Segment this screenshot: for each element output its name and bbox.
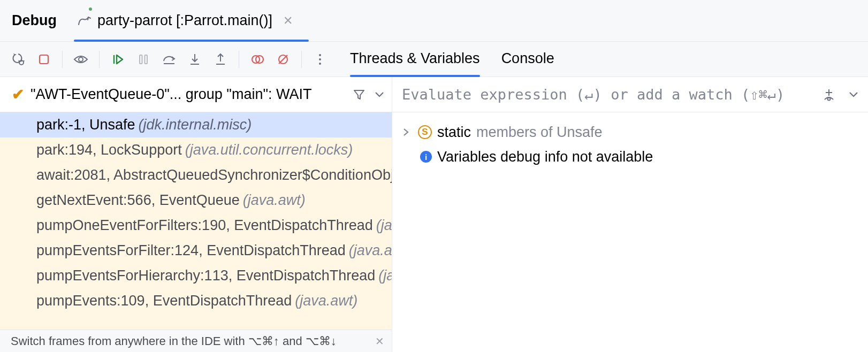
toolbar-group-view bbox=[63, 49, 99, 70]
frame-main: park:194, LockSupport bbox=[36, 142, 182, 158]
evaluate-placeholder[interactable]: Evaluate expression (↵) or add a watch (… bbox=[402, 86, 814, 103]
svg-rect-8 bbox=[145, 55, 148, 64]
toolbar-group-run bbox=[0, 49, 62, 70]
run-config-tab[interactable]: party-parrot [:Parrot.main()] ✕ bbox=[77, 0, 301, 41]
svg-point-23 bbox=[828, 97, 831, 100]
rerun-icon[interactable] bbox=[7, 49, 29, 70]
static-badge-icon: S bbox=[418, 125, 432, 139]
static-members-node[interactable]: S static members of Unsafe bbox=[403, 120, 857, 144]
frame-main: pumpEventsForHierarchy:113, EventDispatc… bbox=[36, 267, 375, 284]
body-split: ✔ "AWT-EventQueue-0"... group "main": WA… bbox=[0, 77, 868, 352]
frame-main: await:2081, AbstractQueuedSynchronizer$C… bbox=[36, 167, 392, 183]
stack-frame[interactable]: pumpEvents:109, EventDispatchThread (jav… bbox=[0, 288, 392, 313]
stack-frame[interactable]: park:-1, Unsafe (jdk.internal.misc) bbox=[0, 112, 392, 137]
step-over-icon[interactable] bbox=[158, 49, 180, 70]
tab-threads-variables[interactable]: Threads & Variables bbox=[350, 42, 480, 76]
resume-icon[interactable] bbox=[107, 49, 128, 70]
filter-icon[interactable] bbox=[353, 89, 365, 101]
frame-main: pumpOneEventForFilters:190, EventDispatc… bbox=[36, 217, 373, 234]
thread-selector-tools bbox=[353, 89, 384, 101]
info-icon: i bbox=[420, 151, 432, 163]
frame-package: (jav bbox=[378, 267, 392, 284]
run-config-icon bbox=[77, 15, 92, 27]
tip-text: Switch frames from anywhere in the IDE w… bbox=[11, 334, 337, 348]
stack-frame[interactable]: getNextEvent:566, EventQueue (java.awt) bbox=[0, 188, 392, 213]
chevron-down-icon[interactable] bbox=[849, 91, 858, 98]
view-tabs: Threads & Variables Console bbox=[350, 42, 554, 76]
toolbar-group-more bbox=[302, 49, 338, 70]
static-suffix: members of Unsafe bbox=[476, 124, 603, 141]
frame-main: getNextEvent:566, EventQueue bbox=[36, 192, 240, 209]
stack-frame[interactable]: pumpEventsForHierarchy:113, EventDispatc… bbox=[0, 263, 392, 288]
svg-line-2 bbox=[19, 60, 19, 62]
stack-frame[interactable]: pumpOneEventForFilters:190, EventDispatc… bbox=[0, 213, 392, 238]
step-out-icon[interactable] bbox=[210, 49, 231, 70]
evaluate-expression-row: Evaluate expression (↵) or add a watch (… bbox=[392, 77, 868, 112]
frames-list[interactable]: park:-1, Unsafe (jdk.internal.misc) park… bbox=[0, 112, 392, 330]
add-watch-icon[interactable] bbox=[822, 88, 836, 102]
thread-label: "AWT-EventQueue-0"... group "main": WAIT bbox=[31, 86, 347, 103]
close-icon[interactable]: ✕ bbox=[283, 14, 293, 28]
frame-package: (jdk.internal.misc) bbox=[139, 117, 252, 133]
stack-frame[interactable]: pumpEventsForFilter:124, EventDispatchTh… bbox=[0, 238, 392, 263]
debug-toolbar: Threads & Variables Console bbox=[0, 42, 868, 77]
step-into-icon[interactable] bbox=[184, 49, 205, 70]
info-message-row: i Variables debug info not available bbox=[403, 144, 857, 169]
svg-point-19 bbox=[319, 58, 321, 60]
debug-tool-window: Debug party-parrot [:Parrot.main()] ✕ bbox=[0, 0, 868, 352]
svg-point-1 bbox=[21, 60, 22, 61]
stop-icon[interactable] bbox=[33, 49, 55, 70]
frame-main: pumpEventsForFilter:124, EventDispatchTh… bbox=[36, 242, 346, 259]
toolbar-group-step bbox=[100, 49, 239, 70]
run-config-label: party-parrot [:Parrot.main()] bbox=[97, 12, 272, 29]
svg-rect-7 bbox=[140, 55, 142, 64]
check-icon: ✔ bbox=[12, 86, 24, 103]
variables-list: S static members of Unsafe i Variables d… bbox=[392, 112, 868, 177]
svg-line-3 bbox=[24, 60, 24, 62]
tab-strip: Debug party-parrot [:Parrot.main()] ✕ bbox=[0, 0, 868, 42]
info-message: Variables debug info not available bbox=[437, 149, 653, 165]
frame-package: (java.util.concurrent.locks) bbox=[185, 142, 353, 158]
frame-package: (java.awt) bbox=[243, 192, 306, 209]
chevron-right-icon[interactable] bbox=[403, 128, 413, 136]
variables-panel: Evaluate expression (↵) or add a watch (… bbox=[392, 77, 868, 352]
frame-package: (jav bbox=[376, 217, 392, 234]
svg-point-5 bbox=[79, 57, 83, 62]
frame-main: park:-1, Unsafe bbox=[36, 117, 135, 133]
frames-panel: ✔ "AWT-EventQueue-0"... group "main": WA… bbox=[0, 77, 392, 352]
frame-package: (java.aw bbox=[349, 242, 392, 259]
more-icon[interactable] bbox=[309, 49, 331, 70]
toolbar-group-breakpoints bbox=[239, 49, 301, 70]
tab-console[interactable]: Console bbox=[501, 42, 554, 76]
show-execution-point-icon[interactable] bbox=[70, 49, 92, 70]
pause-icon[interactable] bbox=[133, 49, 154, 70]
chevron-down-icon[interactable] bbox=[375, 91, 384, 98]
mute-breakpoints-icon[interactable] bbox=[272, 49, 294, 70]
svg-rect-4 bbox=[40, 55, 48, 64]
frame-package: (java.awt) bbox=[295, 293, 357, 309]
stack-frame[interactable]: await:2081, AbstractQueuedSynchronizer$C… bbox=[0, 163, 392, 188]
svg-point-18 bbox=[319, 54, 321, 56]
frame-main: pumpEvents:109, EventDispatchThread bbox=[36, 293, 292, 309]
close-icon[interactable]: ✕ bbox=[375, 335, 384, 348]
running-indicator-dot bbox=[88, 6, 93, 12]
debug-title: Debug bbox=[12, 12, 57, 29]
active-tab-underline bbox=[74, 40, 309, 42]
static-prefix: static bbox=[437, 124, 471, 141]
view-breakpoints-icon[interactable] bbox=[247, 49, 268, 70]
stack-frame[interactable]: park:194, LockSupport (java.util.concurr… bbox=[0, 137, 392, 163]
thread-selector[interactable]: ✔ "AWT-EventQueue-0"... group "main": WA… bbox=[0, 77, 392, 112]
svg-point-20 bbox=[319, 63, 321, 65]
tip-bar: Switch frames from anywhere in the IDE w… bbox=[0, 330, 392, 352]
eval-tools bbox=[822, 88, 858, 102]
